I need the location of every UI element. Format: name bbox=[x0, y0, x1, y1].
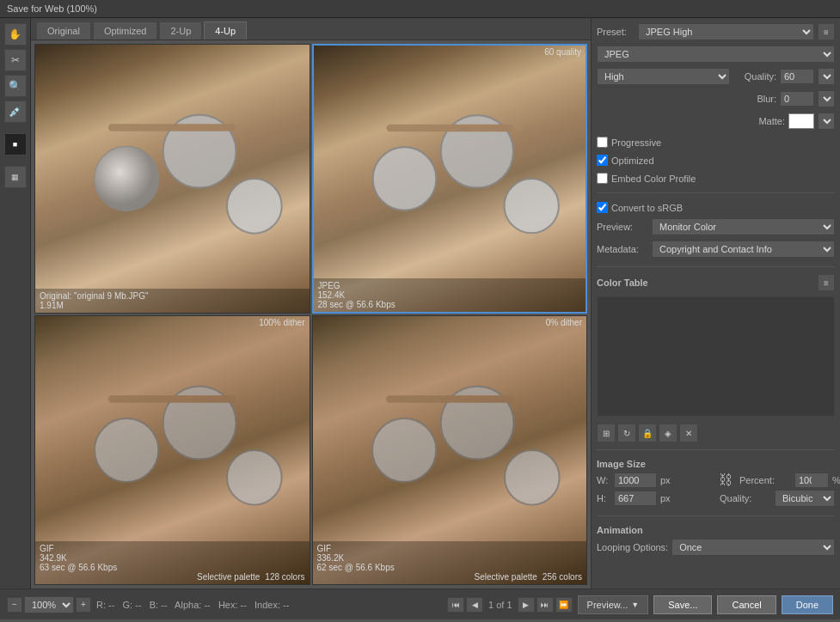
preview-button[interactable]: Preview... ▼ bbox=[578, 595, 649, 614]
image-cell-gif128[interactable]: 100% dither GIF 342.9K 63 sec @ 56.6 Kbp… bbox=[34, 315, 310, 585]
svg-point-7 bbox=[504, 179, 558, 233]
done-btn-label: Done bbox=[796, 600, 819, 610]
metadata-select[interactable]: Copyright and Contact Info None All Exce… bbox=[652, 241, 835, 258]
r-label: R: bbox=[96, 600, 106, 610]
color-table-btn-3[interactable]: 🔒 bbox=[638, 424, 657, 442]
divider-4 bbox=[597, 515, 835, 516]
hex-value: -- bbox=[241, 600, 247, 610]
svg-point-15 bbox=[504, 450, 559, 505]
height-input[interactable] bbox=[614, 491, 657, 506]
width-input[interactable] bbox=[614, 473, 657, 488]
color-table-btn-1[interactable]: ⊞ bbox=[597, 424, 616, 442]
cancel-button[interactable]: Cancel bbox=[717, 595, 776, 614]
height-unit: px bbox=[660, 493, 712, 503]
index-value: -- bbox=[283, 600, 289, 610]
blur-row: Blur: bbox=[597, 90, 835, 107]
b-value: -- bbox=[161, 600, 167, 610]
bottom-left: − 100% 50% 200% + R: -- G: -- B: -- Alph… bbox=[7, 596, 289, 613]
bottom-bar: − 100% 50% 200% + R: -- G: -- B: -- Alph… bbox=[0, 588, 840, 619]
anim-next-btn[interactable]: ▶ bbox=[518, 597, 535, 613]
embed-color-row: Embed Color Profile bbox=[597, 173, 835, 184]
looping-select[interactable]: Once Forever Other bbox=[671, 539, 835, 556]
convert-srgb-label: Convert to sRGB bbox=[611, 203, 683, 213]
gif256-size: 336.2K bbox=[317, 553, 583, 563]
optimized-checkbox[interactable] bbox=[597, 155, 608, 166]
done-button[interactable]: Done bbox=[782, 595, 833, 614]
eyedropper-tool[interactable]: 💉 bbox=[4, 101, 27, 123]
matte-swatch[interactable] bbox=[788, 113, 814, 129]
image-cell-jpeg[interactable]: 60 quality JPEG 152.4K 28 sec @ 56.6 Kbp… bbox=[312, 44, 588, 314]
frame-info: 1 of 1 bbox=[488, 600, 512, 610]
color-table-btn-5[interactable]: ✕ bbox=[679, 424, 698, 442]
quality-select[interactable]: High Low Medium Very High Maximum bbox=[597, 68, 730, 85]
convert-srgb-checkbox[interactable] bbox=[597, 202, 608, 213]
gif128-format: GIF bbox=[40, 544, 305, 553]
link-icon: ⛓ bbox=[719, 473, 733, 488]
gif256-format: GIF bbox=[317, 544, 583, 553]
g-label: G: bbox=[123, 600, 133, 610]
tab-2up[interactable]: 2-Up bbox=[159, 21, 202, 40]
color-table-btn-4[interactable]: ◈ bbox=[659, 424, 678, 442]
svg-point-5 bbox=[372, 147, 436, 210]
color-table-btn-2[interactable]: ↻ bbox=[617, 424, 636, 442]
gif128-colors: 128 colors bbox=[265, 572, 304, 582]
zoom-plus-btn[interactable]: + bbox=[76, 597, 91, 613]
blur-input[interactable] bbox=[780, 91, 814, 107]
image-cell-original[interactable]: Original: "original 9 Mb.JPG" 1.91M bbox=[34, 44, 310, 314]
progressive-checkbox[interactable] bbox=[597, 137, 608, 148]
svg-rect-8 bbox=[386, 125, 513, 131]
original-filesize: 1.91M bbox=[40, 301, 305, 310]
image-size-title: Image Size bbox=[597, 459, 835, 469]
zoom-minus-btn[interactable]: − bbox=[7, 597, 22, 613]
foreground-color[interactable]: ■ bbox=[4, 133, 27, 156]
progressive-label: Progressive bbox=[611, 137, 661, 148]
image-cell-gif256[interactable]: 0% dither GIF 336.2K 62 sec @ 56.6 Kbps … bbox=[312, 315, 588, 585]
preview-dropdown-icon[interactable]: ▼ bbox=[631, 601, 639, 609]
tab-optimized[interactable]: Optimized bbox=[93, 21, 158, 40]
percent-input[interactable] bbox=[794, 473, 829, 488]
tab-original[interactable]: Original bbox=[36, 21, 91, 40]
zoom-select[interactable]: 100% 50% 200% bbox=[24, 596, 74, 613]
image-size-section: Image Size W: px ⛓ Percent: % H: px Qual… bbox=[597, 459, 835, 509]
gif128-palette: Selective palette bbox=[197, 572, 260, 582]
anim-first-btn[interactable]: ⏮ bbox=[447, 597, 464, 613]
quality-extra-select[interactable] bbox=[818, 68, 835, 85]
matte-select[interactable] bbox=[818, 113, 835, 130]
color-table-menu-btn[interactable]: ≡ bbox=[818, 274, 835, 291]
svg-point-13 bbox=[372, 418, 436, 482]
embed-color-label: Embed Color Profile bbox=[611, 174, 696, 184]
gif256-colors: 256 colors bbox=[543, 572, 582, 582]
embed-color-checkbox[interactable] bbox=[597, 173, 608, 184]
anim-last-btn[interactable]: ⏭ bbox=[536, 597, 554, 613]
anim-play-btn[interactable]: ⏩ bbox=[555, 597, 573, 613]
divider-2 bbox=[597, 266, 835, 267]
hand-tool[interactable]: ✋ bbox=[4, 23, 27, 46]
preset-menu-btn[interactable]: ≡ bbox=[818, 23, 835, 40]
quality-number-input[interactable] bbox=[780, 69, 814, 84]
anim-prev-btn[interactable]: ◀ bbox=[466, 597, 483, 613]
r-value: -- bbox=[108, 600, 114, 610]
r-info: R: -- G: -- B: -- Alpha: -- Hex: -- Inde… bbox=[96, 600, 289, 610]
left-toolbar: ✋ ✂ 🔍 💉 ■ ▦ bbox=[0, 18, 31, 588]
resample-select[interactable]: Bicubic Bilinear Nearest Neighbor bbox=[775, 490, 835, 507]
format-row: JPEG GIF PNG-8 PNG-24 bbox=[597, 46, 835, 63]
preset-row: Preset: JPEG High JPEG Low JPEG Medium P… bbox=[597, 23, 835, 40]
preset-select[interactable]: JPEG High JPEG Low JPEG Medium PNG-24 GI… bbox=[638, 23, 814, 40]
view-toggle[interactable]: ▦ bbox=[4, 166, 27, 188]
preview-select[interactable]: Monitor Color Legacy Macintosh Internet … bbox=[652, 218, 835, 235]
image-preview-original bbox=[35, 45, 310, 313]
tab-4up[interactable]: 4-Up bbox=[204, 21, 247, 40]
blur-extra-select[interactable] bbox=[818, 90, 835, 107]
animation-section: Animation Looping Options: Once Forever … bbox=[597, 525, 835, 556]
slice-tool[interactable]: ✂ bbox=[4, 49, 27, 71]
bottom-right: ⏮ ◀ 1 of 1 ▶ ⏭ ⏩ Preview... ▼ Save... Ca… bbox=[447, 595, 833, 614]
save-button[interactable]: Save... bbox=[653, 595, 712, 614]
b-label: B: bbox=[150, 600, 158, 610]
color-table-buttons: ⊞ ↻ 🔒 ◈ ✕ bbox=[597, 424, 835, 442]
format-select[interactable]: JPEG GIF PNG-8 PNG-24 bbox=[597, 46, 835, 63]
matte-label: Matte: bbox=[733, 116, 785, 126]
zoom-tool[interactable]: 🔍 bbox=[4, 75, 27, 97]
anim-controls: ⏮ ◀ 1 of 1 ▶ ⏭ ⏩ bbox=[447, 597, 573, 613]
tabs-bar: Original Optimized 2-Up 4-Up bbox=[31, 18, 591, 40]
preset-label: Preset: bbox=[597, 27, 635, 37]
